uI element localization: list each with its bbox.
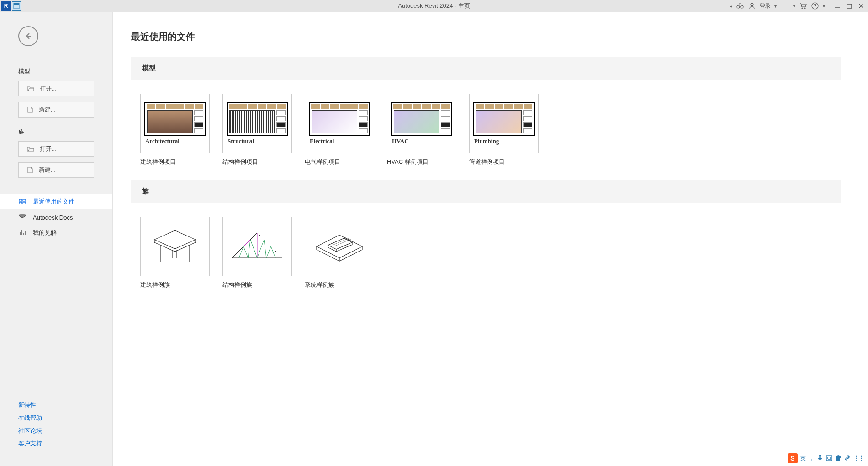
new-model-label: 新建... [39, 106, 56, 114]
titlebar: R Autodesk Revit 2024 - 主页 ◂ 登录 ▾ ▾ [0, 0, 868, 12]
nav-recent-label: 最近使用的文件 [33, 198, 74, 206]
model-thumbnail: HVAC [387, 94, 456, 153]
sidebar: 模型 打开... 新建... 族 打开... 新建... 最近使用的文件 [0, 12, 113, 466]
svg-point-5 [802, 8, 803, 9]
svg-rect-12 [23, 202, 26, 204]
ime-tray[interactable]: S 英 ， ⋮⋮ [786, 452, 866, 464]
svg-point-3 [741, 5, 743, 8]
recent-icon [18, 198, 26, 205]
link-online-help[interactable]: 在线帮助 [18, 414, 94, 422]
maximize-icon[interactable] [845, 2, 853, 10]
back-button[interactable] [18, 26, 38, 46]
sogou-ime-icon[interactable]: S [788, 453, 798, 463]
folder-open-icon [27, 86, 34, 92]
family-card[interactable]: 建筑样例族 [140, 217, 209, 289]
model-label: 电气样例项目 [305, 158, 373, 166]
close-icon[interactable] [857, 2, 865, 10]
login-dropdown-icon[interactable]: ▾ [774, 4, 777, 9]
open-family-label: 打开... [40, 145, 57, 153]
ime-skin-icon[interactable] [835, 455, 842, 461]
nav-insights-label: 我的见解 [33, 229, 57, 237]
family-label: 结构样例族 [222, 281, 291, 289]
open-model-label: 打开... [40, 85, 57, 93]
sidebar-families-label: 族 [0, 125, 112, 139]
model-thumbnail: Structural [222, 94, 292, 153]
nav-docs-label: Autodesk Docs [33, 214, 73, 221]
model-label: HVAC 样例项目 [387, 158, 455, 166]
svg-rect-1 [14, 3, 19, 5]
qat-home-icon[interactable] [12, 1, 21, 11]
svg-rect-10 [23, 199, 26, 201]
model-label: 管道样例项目 [469, 158, 538, 166]
ime-lang[interactable]: 英 [800, 455, 806, 462]
nav-insights[interactable]: 我的见解 [0, 225, 112, 241]
nav-autodesk-docs[interactable]: Autodesk Docs [0, 209, 112, 225]
svg-point-4 [751, 3, 753, 6]
model-card[interactable]: Electrical 电气样例项目 [305, 94, 373, 166]
model-caption: HVAC [387, 138, 456, 145]
history-back-icon[interactable]: ◂ [730, 4, 732, 9]
svg-rect-11 [19, 202, 22, 204]
link-new-features[interactable]: 新特性 [18, 401, 94, 409]
app-logo-icon[interactable]: R [1, 1, 11, 11]
model-card[interactable]: Plumbing 管道样例项目 [469, 94, 538, 166]
file-new-icon [27, 107, 33, 113]
model-thumbnail: Electrical [305, 94, 374, 153]
ime-keyboard-icon[interactable] [826, 455, 832, 461]
link-community-forum[interactable]: 社区论坛 [18, 427, 94, 435]
link-customer-support[interactable]: 客户支持 [18, 439, 94, 448]
help-icon[interactable] [811, 2, 819, 10]
docs-icon [18, 214, 26, 220]
sidebar-divider [18, 187, 94, 187]
model-caption: Electrical [305, 138, 374, 145]
family-thumbnail [222, 217, 292, 276]
open-family-button[interactable]: 打开... [18, 141, 94, 157]
family-label: 系统样例族 [305, 281, 373, 289]
model-thumbnail: Plumbing [469, 94, 539, 153]
minimize-icon[interactable] [833, 2, 842, 10]
user-icon[interactable] [748, 2, 756, 10]
section-families-header: 族 [131, 180, 841, 203]
sidebar-models-label: 模型 [0, 64, 112, 78]
section-models-header: 模型 [131, 57, 841, 80]
svg-point-2 [737, 5, 740, 8]
svg-rect-9 [19, 199, 22, 201]
svg-rect-13 [819, 455, 821, 459]
new-family-button[interactable]: 新建... [18, 162, 94, 178]
insights-icon [18, 230, 26, 236]
ime-tool-icon[interactable] [844, 455, 851, 461]
model-card[interactable]: Architectural 建筑样例项目 [140, 94, 209, 166]
window-title: Autodesk Revit 2024 - 主页 [398, 2, 470, 10]
model-card[interactable]: HVAC HVAC 样例项目 [387, 94, 455, 166]
model-caption: Architectural [141, 138, 209, 145]
login-button[interactable]: 登录 [760, 2, 771, 10]
nav-recent-files[interactable]: 最近使用的文件 [0, 194, 112, 209]
family-thumbnail [305, 217, 374, 276]
binoculars-icon[interactable] [736, 2, 744, 10]
main-content: 最近使用的文件 模型 Architectural 建筑样例项目 Structur… [113, 12, 868, 466]
ime-mic-icon[interactable] [817, 455, 823, 461]
model-label: 结构样例项目 [222, 158, 291, 166]
family-card[interactable]: 系统样例族 [305, 217, 373, 289]
models-grid: Architectural 建筑样例项目 Structural 结构样例项目 E… [140, 94, 841, 166]
file-new-icon [27, 167, 33, 173]
svg-rect-8 [847, 4, 852, 8]
exchange-dropdown-icon[interactable]: ▾ [793, 4, 795, 9]
family-label: 建筑样例族 [140, 281, 209, 289]
help-dropdown-icon[interactable]: ▾ [823, 4, 825, 9]
cart-icon[interactable] [799, 2, 807, 10]
family-thumbnail [140, 217, 210, 276]
families-grid: 建筑样例族 结构样例族 系统样例族 [140, 217, 841, 289]
new-model-button[interactable]: 新建... [18, 102, 94, 118]
model-card[interactable]: Structural 结构样例项目 [222, 94, 291, 166]
model-thumbnail: Architectural [140, 94, 210, 153]
open-model-button[interactable]: 打开... [18, 81, 94, 96]
model-caption: Plumbing [470, 138, 538, 145]
page-title: 最近使用的文件 [131, 31, 841, 43]
svg-point-6 [804, 8, 805, 9]
folder-open-icon [27, 146, 34, 152]
ime-more-icon[interactable]: ⋮⋮ [853, 455, 864, 461]
ime-comma-icon[interactable]: ， [809, 455, 814, 462]
model-caption: Structural [223, 138, 291, 145]
family-card[interactable]: 结构样例族 [222, 217, 291, 289]
